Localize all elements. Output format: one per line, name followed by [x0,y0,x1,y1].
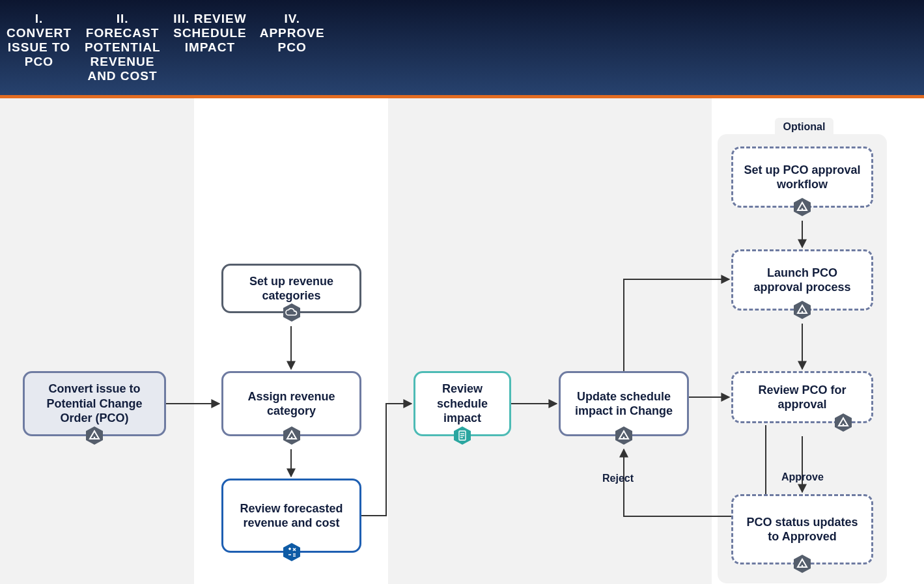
node-update-schedule-impact: Update schedule impact in Change [559,371,689,436]
svg-point-23 [802,311,804,313]
node-launch-pco-approval: Launch PCO approval process [731,249,873,311]
triangle-icon [833,413,853,432]
svg-point-28 [843,424,845,426]
svg-point-19 [623,437,625,439]
phase-header: I. CONVERT ISSUE TO PCO II. FORECAST POT… [0,0,924,98]
edge-label-reject: Reject [602,473,634,484]
cloud-icon [282,303,301,322]
node-review-schedule-impact: Review schedule impact [413,371,511,436]
svg-marker-18 [615,426,632,445]
node-review-schedule-impact-text: Review schedule impact [425,382,500,426]
node-assign-revenue-category-text: Assign revenue category [232,389,350,419]
triangle-icon [614,426,634,445]
phase-1-title: I. CONVERT ISSUE TO PCO [0,0,78,95]
svg-marker-20 [794,198,811,216]
svg-point-21 [802,208,804,210]
report-icon [453,426,472,445]
triangle-icon [85,426,104,445]
svg-marker-0 [86,426,103,445]
triangle-icon [282,426,301,445]
svg-marker-3 [283,426,300,445]
svg-marker-22 [794,301,811,319]
edge-label-approve: Approve [781,471,824,483]
node-set-revenue-categories: Set up revenue categories [221,264,361,313]
node-setup-pco-workflow-text: Set up PCO approval workflow [742,163,862,192]
node-set-revenue-categories-text: Set up revenue categories [232,274,350,303]
phase-3-title: III. REVIEW SCHEDULE IMPACT [167,0,253,95]
phase-2-title: II. FORECAST POTENTIAL REVENUE AND COST [78,0,167,95]
svg-marker-27 [835,413,852,432]
svg-point-30 [802,565,804,567]
node-assign-revenue-category: Assign revenue category [221,371,361,436]
node-review-forecasted-revenue-text: Review forecasted revenue and cost [232,501,350,531]
calculator-icon [282,542,301,562]
triangle-icon [792,554,812,574]
triangle-icon [792,300,812,320]
diagram-body: Optional [0,98,924,584]
node-pco-status-approved-text: PCO status updates to Approved [742,515,862,544]
node-pco-status-approved: PCO status updates to Approved [731,494,873,564]
node-convert-issue: Convert issue to Potential Change Order … [23,371,166,436]
svg-marker-29 [794,555,811,573]
svg-point-4 [290,437,292,439]
node-launch-pco-approval-text: Launch PCO approval process [742,266,862,295]
svg-point-1 [94,437,96,439]
node-review-pco-approval-text: Review PCO for approval [742,383,862,412]
node-update-schedule-impact-text: Update schedule impact in Change [570,389,678,419]
page: I. CONVERT ISSUE TO PCO II. FORECAST POT… [0,0,924,584]
phase-4-title: IV. APPROVE PCO [253,0,331,95]
node-review-pco-approval: Review PCO for approval [731,371,873,423]
node-review-forecasted-revenue: Review forecasted revenue and cost [221,479,361,553]
node-convert-issue-text: Convert issue to Potential Change Order … [34,382,155,426]
svg-marker-5 [283,543,300,561]
triangle-icon [792,197,812,217]
node-setup-pco-workflow: Set up PCO approval workflow [731,146,873,208]
